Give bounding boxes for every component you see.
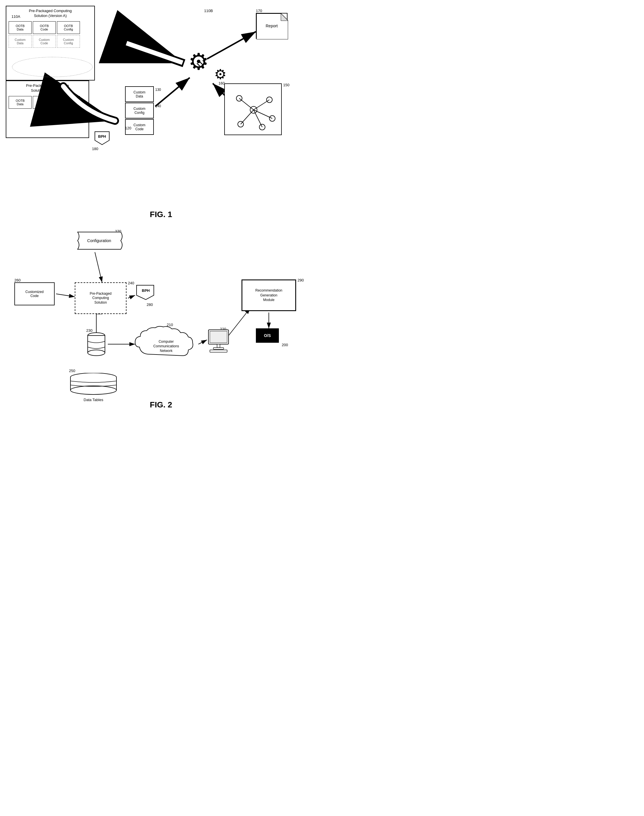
label-250: 250 bbox=[69, 369, 75, 373]
fig2-label: FIG. 2 bbox=[6, 400, 316, 410]
report-box: Report bbox=[256, 13, 287, 39]
ootb-code-110a: OOTBCode bbox=[33, 21, 56, 34]
svg-text:BPH: BPH bbox=[98, 134, 106, 139]
svg-marker-7 bbox=[281, 14, 288, 21]
ootb-row-110a: OOTBData OOTBCode OOTBConfig bbox=[9, 21, 92, 34]
svg-text:Network: Network bbox=[160, 349, 173, 353]
label-140: 140 bbox=[155, 104, 161, 108]
os-label: O/S bbox=[264, 333, 271, 338]
box-110b-title: Pre-Packaged ComputingSolution (Version … bbox=[9, 83, 86, 93]
box-240: Pre-PackagedComputingSolution bbox=[75, 282, 127, 314]
label-170: 170 bbox=[256, 9, 262, 13]
box-240-title: Pre-PackagedComputingSolution bbox=[90, 291, 112, 305]
label-160: 160 bbox=[219, 81, 225, 85]
bph-180: BPH bbox=[92, 129, 115, 147]
svg-line-18 bbox=[254, 110, 262, 127]
svg-rect-48 bbox=[210, 331, 227, 343]
custom-config-110a: CustomConfig bbox=[57, 35, 80, 48]
label-240: 240 bbox=[128, 281, 134, 285]
label-150: 150 bbox=[283, 83, 290, 87]
custom-ellipse bbox=[12, 57, 93, 77]
ootb-code-110b: OOTBCode bbox=[33, 96, 56, 109]
ootb-row-110b: OOTBData OOTBCode OOTBConfig bbox=[9, 96, 86, 109]
svg-rect-49 bbox=[217, 344, 220, 348]
svg-rect-51 bbox=[210, 350, 227, 352]
label-280: 280 bbox=[147, 302, 153, 307]
db-230 bbox=[86, 331, 106, 360]
svg-point-43 bbox=[71, 386, 117, 394]
svg-text:Computer: Computer bbox=[159, 340, 174, 344]
svg-text:Communications: Communications bbox=[153, 344, 179, 348]
fig1-label: FIG. 1 bbox=[6, 210, 316, 219]
configuration-box: Configuration bbox=[75, 231, 124, 252]
svg-line-16 bbox=[254, 110, 272, 118]
gear-large-icon: ⚙ bbox=[188, 50, 209, 73]
svg-line-17 bbox=[241, 110, 254, 124]
svg-line-14 bbox=[239, 98, 254, 110]
label-200: 200 bbox=[282, 343, 288, 347]
label-130: 130 bbox=[155, 88, 161, 92]
svg-line-29 bbox=[228, 308, 250, 336]
box-290: RecommendationGenerationModule bbox=[241, 279, 296, 311]
box-110a-title: Pre-Packaged ComputingSolution (Version … bbox=[9, 9, 92, 18]
fig2-diagram: 270 Configuration 240 Pre-PackagedComput… bbox=[6, 225, 316, 397]
svg-line-22 bbox=[95, 252, 102, 282]
label-290: 290 bbox=[297, 278, 304, 282]
computer-220 bbox=[207, 328, 232, 353]
ootb-data-110a: OOTBData bbox=[9, 21, 32, 34]
label-180: 180 bbox=[92, 147, 98, 151]
svg-line-15 bbox=[254, 100, 269, 110]
custom-data-130: CustomData bbox=[125, 86, 154, 102]
cloud-210: Computer Communications Network bbox=[132, 325, 201, 363]
custom-row-110a: CustomData CustomCode CustomConfig bbox=[9, 35, 92, 48]
svg-point-38 bbox=[88, 350, 105, 356]
custom-data-110a: CustomData bbox=[9, 35, 32, 48]
box-110b: Pre-Packaged ComputingSolution (Version … bbox=[6, 81, 89, 138]
label-110a: 110A bbox=[11, 14, 20, 19]
label-110b: 110B bbox=[204, 9, 213, 13]
gear-small-icon: ⚙ bbox=[214, 67, 227, 81]
datatables-label: Data Tables bbox=[67, 398, 119, 402]
box-260-title: CustomizedCode bbox=[25, 290, 43, 298]
custom-code-110a: CustomCode bbox=[33, 35, 56, 48]
network-node-box bbox=[224, 83, 282, 135]
bph-280: BPH bbox=[135, 284, 157, 301]
report-label: Report bbox=[266, 24, 278, 28]
box-260: CustomizedCode bbox=[14, 282, 55, 305]
box-os: O/S bbox=[256, 328, 279, 343]
box-290-title: RecommendationGenerationModule bbox=[255, 288, 282, 302]
ootb-config-110a: OOTBConfig bbox=[57, 21, 80, 34]
label-260: 260 bbox=[14, 278, 21, 282]
fig1-diagram: 110A Pre-Packaged ComputingSolution (Ver… bbox=[6, 6, 316, 207]
svg-rect-50 bbox=[213, 348, 224, 349]
svg-text:BPH: BPH bbox=[142, 288, 149, 293]
label-120: 120 bbox=[125, 126, 131, 130]
datatables-250: Data Tables bbox=[67, 373, 119, 396]
ootb-data-110b: OOTBData bbox=[9, 96, 32, 109]
ootb-config-110b: OOTBConfig bbox=[57, 96, 80, 109]
svg-line-24 bbox=[128, 295, 135, 298]
custom-config-140: CustomConfig bbox=[125, 103, 154, 118]
svg-text:Configuration: Configuration bbox=[87, 238, 111, 243]
svg-line-23 bbox=[56, 294, 75, 297]
